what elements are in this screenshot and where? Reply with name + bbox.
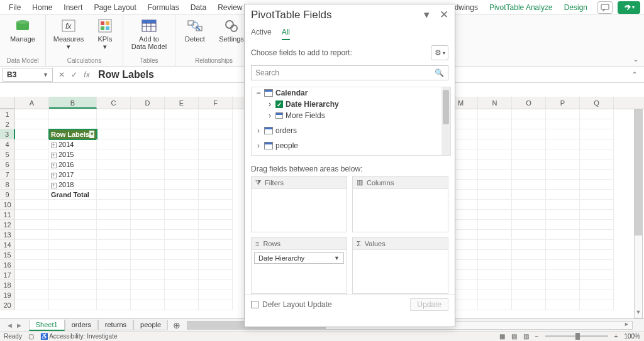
chevron-down-icon[interactable]: ▼ [334, 255, 340, 261]
pane-tab-active[interactable]: Active [251, 25, 272, 40]
field-people[interactable]: people [275, 141, 298, 150]
settings-button[interactable]: Settings [216, 18, 247, 43]
col-Q[interactable]: Q [580, 97, 614, 109]
pivot-cell[interactable]: Row Labels▼ [49, 129, 97, 139]
comments-button[interactable] [597, 1, 613, 14]
tab-data[interactable]: Data [186, 1, 211, 14]
pivot-cell[interactable]: +2016 [49, 160, 97, 170]
pane-gear-button[interactable]: ⚙▾ [431, 45, 448, 60]
area-filters[interactable]: ⧩Filters [251, 176, 347, 232]
row-16[interactable]: 16 [0, 260, 15, 270]
pivot-cell[interactable]: Grand Total [49, 190, 97, 200]
view-page-break-icon[interactable]: ▥ [523, 333, 529, 340]
col-A[interactable]: A [15, 97, 49, 109]
defer-layout-checkbox[interactable] [251, 301, 258, 308]
kpis-button[interactable]: KPIs▾ [92, 18, 118, 50]
sheet-tab-people[interactable]: people [133, 320, 168, 330]
tab-home[interactable]: Home [27, 1, 57, 14]
tab-insert[interactable]: Insert [58, 1, 87, 14]
macro-record-icon[interactable]: ▢ [28, 333, 34, 340]
row-18[interactable]: 18 [0, 280, 15, 290]
pane-close-icon[interactable]: ✕ [440, 8, 448, 21]
pane-menu-icon[interactable]: ▾ [424, 8, 430, 21]
row-8[interactable]: 8 [0, 180, 15, 190]
formula-bar-expand-icon[interactable]: ⌃ [625, 70, 644, 79]
tab-pivottable-analyze[interactable]: PivotTable Analyze [484, 1, 558, 14]
area-rows[interactable]: ≡Rows Date Hierarchy ▼ [251, 237, 347, 294]
pivot-cell[interactable]: +2015 [49, 149, 97, 160]
row-7[interactable]: 7 [0, 170, 15, 180]
col-E[interactable]: E [165, 97, 199, 109]
zoom-level[interactable]: 100% [624, 333, 640, 340]
manage-button[interactable]: Manage [5, 18, 40, 43]
enter-formula-icon[interactable]: ✓ [68, 70, 80, 79]
detect-button[interactable]: Detect [180, 18, 209, 43]
vertical-scrollbar[interactable]: ▲ ▼ [634, 109, 643, 318]
tab-formulas[interactable]: Formulas [143, 1, 184, 14]
accessibility-status[interactable]: ♿ Accessibility: Investigate [40, 333, 118, 340]
add-to-data-model-button[interactable]: Add to Data Model [128, 18, 170, 50]
pivot-cell[interactable]: +2018 [49, 180, 97, 190]
zoom-in-button[interactable]: + [614, 333, 618, 340]
sheet-tab-returns[interactable]: returns [98, 320, 133, 330]
ribbon-collapse-icon[interactable]: ⌄ [628, 52, 644, 66]
row-3[interactable]: 3 [0, 129, 15, 139]
checkbox-date-hierarchy[interactable]: ✓ [275, 100, 283, 108]
row-17[interactable]: 17 [0, 270, 15, 280]
row-9[interactable]: 9 [0, 190, 15, 200]
sheet-tab-orders[interactable]: orders [65, 320, 98, 330]
row-12[interactable]: 12 [0, 220, 15, 230]
row-13[interactable]: 13 [0, 230, 15, 240]
select-all-triangle[interactable] [0, 97, 15, 109]
row-10[interactable]: 10 [0, 200, 15, 210]
sheet-nav-next[interactable]: ► [16, 322, 23, 329]
field-calendar[interactable]: Calendar [275, 89, 308, 97]
pivot-cell[interactable]: +2014 [49, 139, 97, 149]
pivot-cell[interactable]: +2017 [49, 170, 97, 180]
tab-page-layout[interactable]: Page Layout [89, 1, 141, 14]
tab-review[interactable]: Review [213, 1, 247, 14]
field-search-input[interactable]: Search 🔍 [251, 65, 448, 80]
pane-tab-all[interactable]: All [282, 25, 290, 40]
fx-icon[interactable]: fx [80, 70, 93, 79]
tab-file[interactable]: File [4, 1, 26, 14]
new-sheet-button[interactable]: ⊕ [168, 320, 186, 330]
col-F[interactable]: F [199, 97, 233, 109]
zoom-slider[interactable] [545, 335, 608, 337]
row-19[interactable]: 19 [0, 290, 15, 300]
view-page-layout-icon[interactable]: ▤ [511, 333, 517, 340]
update-button[interactable]: Update [410, 298, 448, 311]
scrollbar-thumb[interactable] [635, 110, 642, 235]
row-11[interactable]: 11 [0, 210, 15, 220]
col-N[interactable]: N [478, 97, 512, 109]
row-4[interactable]: 4 [0, 139, 15, 149]
row-14[interactable]: 14 [0, 240, 15, 250]
sheet-nav-prev[interactable]: ◄ [6, 322, 13, 329]
col-D[interactable]: D [131, 97, 165, 109]
field-orders[interactable]: orders [275, 126, 297, 135]
cancel-formula-icon[interactable]: ✕ [55, 70, 68, 79]
field-more-fields[interactable]: More Fields [286, 111, 325, 120]
col-P[interactable]: P [546, 97, 580, 109]
sheet-tab-sheet1[interactable]: Sheet1 [29, 320, 65, 331]
row-1[interactable]: 1 [0, 109, 15, 119]
area-columns[interactable]: ▥Columns [352, 176, 448, 232]
measures-button[interactable]: fx Measures▾ [51, 18, 86, 50]
row-2[interactable]: 2 [0, 119, 15, 129]
name-box[interactable]: B3 ▼ [3, 68, 53, 82]
view-normal-icon[interactable]: ▦ [499, 333, 505, 340]
row-5[interactable]: 5 [0, 149, 15, 160]
col-O[interactable]: O [512, 97, 546, 109]
row-6[interactable]: 6 [0, 160, 15, 170]
share-button[interactable]: ▾ [618, 1, 640, 14]
tab-design[interactable]: Design [559, 1, 592, 14]
col-B[interactable]: B [49, 97, 97, 109]
area-values[interactable]: ΣValues [352, 237, 448, 294]
zoom-out-button[interactable]: − [535, 333, 539, 340]
col-C[interactable]: C [97, 97, 131, 109]
field-list-scrollbar[interactable] [441, 87, 450, 155]
chevron-down-icon[interactable]: ▼ [43, 72, 48, 78]
field-list[interactable]: −Calendar ›✓Date Hierarchy ›More Fields … [251, 87, 451, 156]
row-20[interactable]: 20 [0, 300, 15, 310]
row-15[interactable]: 15 [0, 250, 15, 260]
